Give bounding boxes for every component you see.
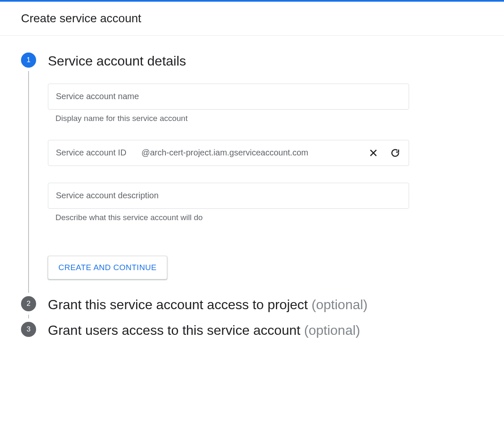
name-field-helper: Display name for this service account bbox=[55, 114, 483, 123]
service-account-id-input[interactable]: Service account ID @arch-cert-project.ia… bbox=[48, 140, 409, 166]
service-account-name-input[interactable]: Service account name bbox=[48, 84, 409, 110]
page-title: Create service account bbox=[21, 12, 483, 25]
create-and-continue-button[interactable]: CREATE AND CONTINUE bbox=[48, 256, 167, 279]
main-content: 1 Service account details Service accoun… bbox=[0, 36, 504, 356]
step-2-optional: (optional) bbox=[312, 297, 368, 312]
step-1-title: Service account details bbox=[48, 53, 483, 70]
step-1-number: 1 bbox=[26, 56, 30, 64]
id-field-group: Service account ID @arch-cert-project.ia… bbox=[48, 140, 483, 166]
step-2-title-text: Grant this service account access to pro… bbox=[48, 297, 308, 312]
step-3: 3 Grant users access to this service acc… bbox=[21, 322, 483, 339]
step-3-content: Grant users access to this service accou… bbox=[48, 322, 483, 339]
step-1-circle: 1 bbox=[21, 53, 36, 68]
step-2-content: Grant this service account access to pro… bbox=[48, 296, 483, 322]
desc-field-group: Service account description Describe wha… bbox=[48, 183, 483, 222]
page-header: Create service account bbox=[0, 2, 504, 36]
step-1-indicator: 1 bbox=[21, 53, 36, 296]
refresh-icon[interactable] bbox=[389, 147, 401, 159]
step-1-content: Service account details Service account … bbox=[48, 53, 483, 296]
step-3-title-text: Grant users access to this service accou… bbox=[48, 323, 300, 338]
desc-field-helper: Describe what this service account will … bbox=[55, 213, 483, 222]
step-2-line bbox=[28, 315, 29, 319]
id-field-suffix: @arch-cert-project.iam.gserviceaccount.c… bbox=[142, 148, 368, 158]
name-field-group: Service account name Display name for th… bbox=[48, 84, 483, 123]
step-2-title: Grant this service account access to pro… bbox=[48, 296, 483, 314]
step-3-circle[interactable]: 3 bbox=[21, 322, 36, 337]
step-3-indicator: 3 bbox=[21, 322, 36, 339]
step-1: 1 Service account details Service accoun… bbox=[21, 53, 483, 296]
desc-field-label: Service account description bbox=[56, 191, 159, 200]
step-2-number: 2 bbox=[26, 300, 30, 308]
service-account-description-input[interactable]: Service account description bbox=[48, 183, 409, 209]
step-1-line bbox=[28, 71, 29, 293]
name-field-label: Service account name bbox=[56, 92, 139, 101]
step-2-indicator: 2 bbox=[21, 296, 36, 322]
step-3-number: 3 bbox=[26, 325, 30, 334]
step-2: 2 Grant this service account access to p… bbox=[21, 296, 483, 322]
id-field-icons bbox=[368, 147, 401, 159]
clear-icon[interactable] bbox=[368, 147, 379, 159]
id-field-label: Service account ID bbox=[56, 148, 126, 158]
step-3-title: Grant users access to this service accou… bbox=[48, 322, 483, 339]
step-3-optional: (optional) bbox=[304, 323, 360, 338]
step-2-circle[interactable]: 2 bbox=[21, 296, 36, 311]
